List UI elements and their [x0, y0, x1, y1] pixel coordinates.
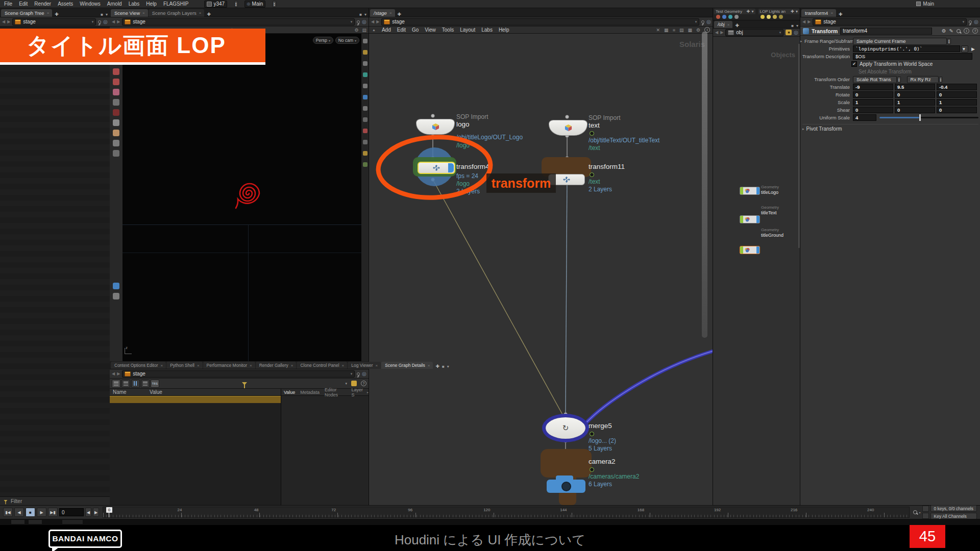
node-titleLogo[interactable]	[740, 187, 760, 195]
radial-menu-icon[interactable]: ◎	[362, 371, 366, 377]
radial-menu-icon[interactable]: ◎	[362, 19, 366, 24]
tab-layer-stack[interactable]: Layer S	[349, 387, 367, 397]
frame-range-dropdown[interactable]: Sample Current Frame	[853, 38, 947, 45]
flat-view-icon[interactable]	[141, 380, 150, 388]
network-canvas[interactable]: Solaris S	[369, 34, 713, 505]
radial-menu-icon[interactable]: ◎	[706, 19, 711, 24]
shear-y-field[interactable]: 0	[895, 107, 935, 113]
menu-help[interactable]: Help	[146, 1, 157, 7]
menu-windows[interactable]: Windows	[80, 1, 101, 7]
menu-arnold[interactable]: Arnold	[107, 1, 122, 7]
net-tool-icon[interactable]: ▦	[688, 28, 692, 33]
sgt-path-field[interactable]: stage▾	[12, 18, 96, 26]
strip-icon[interactable]	[363, 84, 368, 88]
tab-scene-graph-details[interactable]: Scene Graph Details×	[381, 362, 433, 369]
nav-forward-icon[interactable]: ▶	[807, 19, 811, 24]
shelf-tool-icon[interactable]	[722, 15, 726, 19]
render-flag[interactable]	[756, 246, 760, 254]
tool-icon[interactable]	[113, 99, 119, 106]
tool-icon[interactable]	[113, 293, 119, 299]
close-icon[interactable]: ×	[199, 11, 202, 15]
network-scrollbar[interactable]	[702, 32, 707, 338]
display-flag[interactable]	[740, 246, 743, 254]
light-tool-icon[interactable]	[761, 15, 765, 19]
net-menu-labs[interactable]: Labs	[481, 27, 493, 33]
pin-icon[interactable]	[357, 372, 360, 375]
translate-y-field[interactable]: 9.5	[895, 84, 935, 90]
menu-edit[interactable]: Edit	[19, 1, 28, 7]
dropdown-icon[interactable]: ▾	[919, 511, 920, 514]
net-tool-icon[interactable]: ≡	[673, 28, 675, 33]
tree-view-icon[interactable]	[112, 380, 120, 388]
viewport[interactable]: Persp▾ No cam▾ z	[122, 34, 361, 361]
nav-forward-icon[interactable]: ▶	[7, 19, 10, 24]
persp-camera-selector[interactable]: Persp▾	[313, 37, 333, 44]
pin-icon[interactable]	[98, 20, 101, 23]
obj-canvas[interactable]: Objects Geometry titleLogo Geometry titl…	[713, 44, 800, 505]
obj-path-field[interactable]: obj▾	[725, 29, 783, 36]
nav-forward-icon[interactable]: ▶	[117, 19, 120, 24]
node-camera2[interactable]	[547, 480, 585, 493]
info-icon[interactable]: i	[964, 28, 969, 34]
tool-icon[interactable]	[113, 79, 119, 85]
stop-button[interactable]: ■	[26, 508, 35, 517]
nav-back-icon[interactable]: ◀	[112, 19, 115, 24]
shelf-tool-icon[interactable]	[734, 15, 739, 19]
tool-icon[interactable]	[113, 150, 119, 157]
uniform-scale-field[interactable]: 4	[853, 114, 876, 121]
keys-status-button[interactable]: 0 keys, 0/0 channels	[930, 505, 977, 512]
scale-x-field[interactable]: 1	[853, 99, 893, 106]
search-icon[interactable]	[957, 29, 961, 33]
tab-render-gallery[interactable]: Render Gallery×	[256, 362, 297, 369]
nav-back-icon[interactable]: ◀	[112, 371, 115, 376]
help-icon[interactable]: ?	[972, 28, 978, 34]
display-flag[interactable]	[740, 216, 743, 223]
close-icon[interactable]: ×	[142, 11, 145, 15]
list-view-icon[interactable]	[121, 380, 130, 388]
net-menu-edit[interactable]: Edit	[397, 27, 406, 33]
brush-icon[interactable]: ✎	[949, 28, 953, 34]
strip-icon[interactable]	[363, 61, 368, 66]
view-selector[interactable]: ◎Main	[244, 1, 266, 8]
net-tool-icon[interactable]: ▤	[679, 28, 684, 33]
close-icon[interactable]: ×	[47, 11, 50, 15]
new-tab-button[interactable]: ✚	[205, 12, 213, 17]
transform-order-dropdown[interactable]: Scale Rot Trans	[853, 76, 897, 83]
tab-metadata[interactable]: Metadata	[298, 390, 322, 395]
tool-icon[interactable]	[113, 130, 119, 136]
shelf-tool-icon[interactable]	[728, 15, 732, 19]
net-menu-add[interactable]: Add	[382, 27, 391, 33]
light-tool-icon[interactable]	[779, 15, 783, 19]
radial-menu-icon[interactable]: ◎	[794, 30, 798, 35]
menu-file[interactable]: File	[4, 1, 12, 7]
render-flag[interactable]	[756, 216, 760, 223]
params-path-field[interactable]: stage▾	[813, 18, 967, 26]
dropdown-stepper[interactable]: ▴▾	[897, 77, 901, 83]
radial-menu-icon[interactable]: ◎	[974, 19, 978, 24]
light-tool-icon[interactable]	[767, 15, 771, 19]
details-path-field[interactable]: stage▾	[122, 370, 355, 378]
pin-icon[interactable]	[701, 20, 704, 23]
go-to-end-button[interactable]: ▶▮	[48, 508, 58, 517]
tab-scene-graph-tree[interactable]: Scene Graph Tree×	[1, 9, 52, 17]
shear-z-field[interactable]: 0	[937, 107, 977, 113]
tab-context-options-editor[interactable]: Context Options Editor×	[111, 362, 166, 369]
uniform-scale-slider[interactable]	[879, 117, 978, 118]
pin-icon[interactable]	[357, 20, 360, 23]
dropdown-icon[interactable]: ▾	[345, 382, 347, 386]
help-icon[interactable]: ?	[361, 381, 366, 386]
tab-obj-network[interactable]: /obj×	[714, 21, 732, 28]
rotate-z-field[interactable]: 0	[937, 91, 977, 98]
strip-icon[interactable]	[363, 39, 368, 43]
tab-python-shell[interactable]: Python Shell×	[166, 362, 202, 369]
node-titleGround[interactable]	[740, 246, 760, 254]
dropdown-stepper[interactable]: ▴▾	[947, 38, 951, 44]
dropdown-stepper[interactable]: ▴▾	[939, 77, 943, 83]
filter-icon[interactable]	[242, 382, 247, 385]
nav-forward-icon[interactable]: ▶	[117, 371, 120, 376]
strip-icon[interactable]	[363, 95, 368, 99]
frame-inc-button[interactable]: ▶	[93, 508, 99, 517]
strip-icon[interactable]	[363, 129, 368, 133]
new-tab-button[interactable]: ✚	[837, 12, 845, 17]
details-table[interactable]: Name Value	[110, 389, 281, 505]
